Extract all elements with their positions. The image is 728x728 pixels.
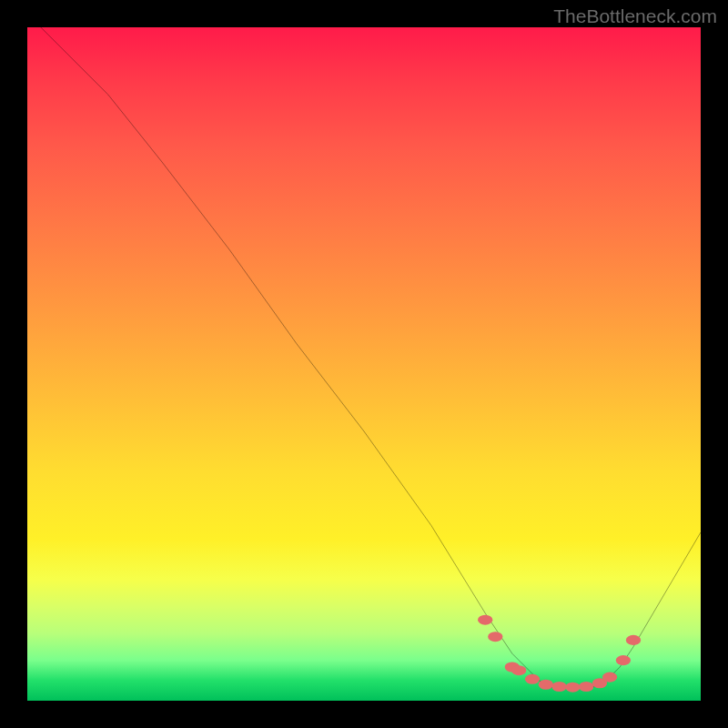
- main-curve-path: [41, 27, 701, 687]
- highlight-dot: [551, 682, 566, 692]
- highlight-dot: [616, 655, 631, 665]
- highlight-dots-group: [478, 615, 641, 693]
- highlight-dot: [579, 682, 593, 692]
- highlight-dot: [565, 682, 580, 693]
- highlight-dot: [488, 632, 502, 642]
- highlight-dot: [626, 635, 641, 645]
- chart-frame: TheBottleneck.com: [0, 0, 728, 728]
- highlight-dot: [539, 680, 553, 690]
- highlight-dot: [525, 674, 540, 684]
- highlight-dot: [511, 665, 526, 675]
- chart-svg: [27, 27, 701, 701]
- highlight-dot: [602, 672, 617, 682]
- watermark-text: TheBottleneck.com: [553, 5, 717, 27]
- plot-area: [27, 27, 701, 701]
- highlight-dot: [478, 615, 492, 625]
